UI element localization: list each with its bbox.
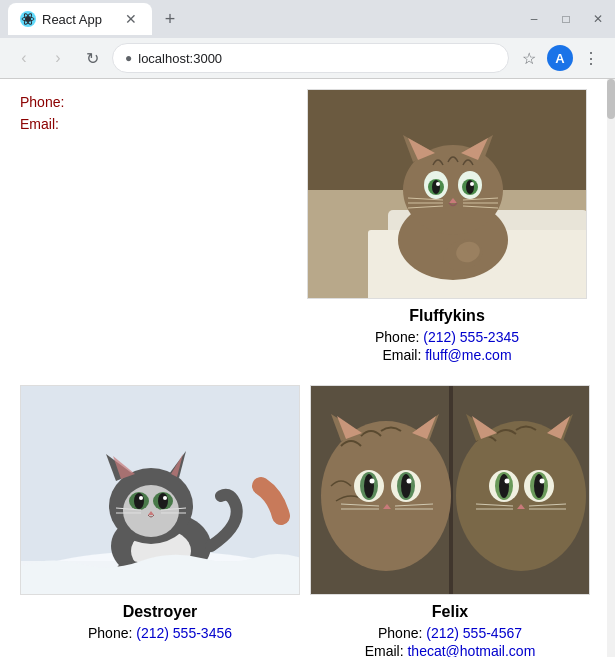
close-button[interactable]: ✕ — [589, 10, 607, 28]
lock-icon: ● — [125, 51, 132, 65]
destroyer-phone-line: Phone: (212) 555-3456 — [88, 625, 232, 641]
svg-point-80 — [456, 421, 586, 571]
partial-card: Phone: Email: — [20, 89, 297, 365]
fluffykins-phone[interactable]: (212) 555-2345 — [423, 329, 519, 345]
cat-card-felix: Felix Phone: (212) 555-4567 Email: theca… — [310, 385, 590, 657]
svg-point-92 — [540, 479, 545, 484]
tab-title: React App — [42, 12, 102, 27]
cat-card-fluffykins: Fluffykins Phone: (212) 555-2345 Email: … — [307, 89, 587, 365]
destroyer-image — [20, 385, 300, 595]
partial-email-label: Email: — [20, 116, 297, 132]
fluffykins-email[interactable]: fluff@me.com — [425, 347, 511, 363]
url-bar[interactable]: ● localhost:3000 — [112, 43, 509, 73]
cat-card-destroyer: Destroyer Phone: (212) 555-3456 — [20, 385, 300, 657]
svg-point-19 — [432, 180, 440, 194]
title-bar: React App ✕ + – □ ✕ — [0, 0, 615, 38]
minimize-button[interactable]: – — [525, 10, 543, 28]
svg-point-91 — [505, 479, 510, 484]
maximize-button[interactable]: □ — [557, 10, 575, 28]
new-tab-button[interactable]: + — [156, 5, 184, 33]
destroyer-phone-label: Phone: — [88, 625, 132, 641]
address-bar: ‹ › ↻ ● localhost:3000 ☆ A ⋮ — [0, 38, 615, 78]
tab-close-button[interactable]: ✕ — [122, 10, 140, 28]
url-text: localhost:3000 — [138, 51, 222, 66]
svg-point-73 — [370, 479, 375, 484]
svg-point-20 — [466, 180, 474, 194]
felix-email[interactable]: thecat@hotmail.com — [407, 643, 535, 657]
fluffykins-email-line: Email: fluff@me.com — [382, 347, 511, 363]
bottom-row: Destroyer Phone: (212) 555-3456 — [20, 385, 587, 657]
svg-point-52 — [158, 493, 168, 509]
refresh-button[interactable]: ↻ — [78, 44, 106, 72]
favicon — [20, 11, 36, 27]
page-content: Phone: Email: — [0, 79, 607, 657]
felix-phone-line: Phone: (212) 555-4567 — [378, 625, 522, 641]
svg-point-21 — [436, 182, 440, 186]
svg-point-51 — [134, 493, 144, 509]
active-tab[interactable]: React App ✕ — [8, 3, 152, 35]
felix-phone[interactable]: (212) 555-4567 — [426, 625, 522, 641]
scrollbar[interactable] — [607, 79, 615, 657]
svg-point-90 — [534, 474, 544, 498]
svg-point-72 — [401, 474, 411, 498]
destroyer-name: Destroyer — [123, 603, 198, 621]
fluffykins-image — [307, 89, 587, 299]
felix-phone-label: Phone: — [378, 625, 422, 641]
svg-point-54 — [163, 496, 167, 500]
scrollbar-thumb[interactable] — [607, 79, 615, 119]
top-row: Phone: Email: — [20, 89, 587, 365]
window-controls: – □ ✕ — [525, 10, 607, 28]
profile-icon[interactable]: A — [547, 45, 573, 71]
felix-image — [310, 385, 590, 595]
menu-button[interactable]: ⋮ — [577, 44, 605, 72]
svg-point-53 — [139, 496, 143, 500]
destroyer-phone[interactable]: (212) 555-3456 — [136, 625, 232, 641]
svg-point-62 — [321, 421, 451, 571]
partial-phone-label: Phone: — [20, 94, 297, 110]
felix-email-label: Email: — [365, 643, 404, 657]
fluffykins-phone-label: Phone: — [375, 329, 419, 345]
fluffykins-phone-line: Phone: (212) 555-2345 — [375, 329, 519, 345]
back-button[interactable]: ‹ — [10, 44, 38, 72]
forward-button[interactable]: › — [44, 44, 72, 72]
toolbar-icons: ☆ A ⋮ — [515, 44, 605, 72]
fluffykins-name: Fluffykins — [409, 307, 485, 325]
felix-name: Felix — [432, 603, 468, 621]
fluffykins-email-label: Email: — [382, 347, 421, 363]
svg-point-74 — [407, 479, 412, 484]
browser-chrome: React App ✕ + – □ ✕ ‹ › ↻ ● localhost:30… — [0, 0, 615, 79]
bookmark-button[interactable]: ☆ — [515, 44, 543, 72]
svg-point-22 — [470, 182, 474, 186]
svg-point-89 — [499, 474, 509, 498]
felix-email-line: Email: thecat@hotmail.com — [365, 643, 536, 657]
svg-point-71 — [364, 474, 374, 498]
scrollbar-area: Phone: Email: — [0, 79, 615, 657]
